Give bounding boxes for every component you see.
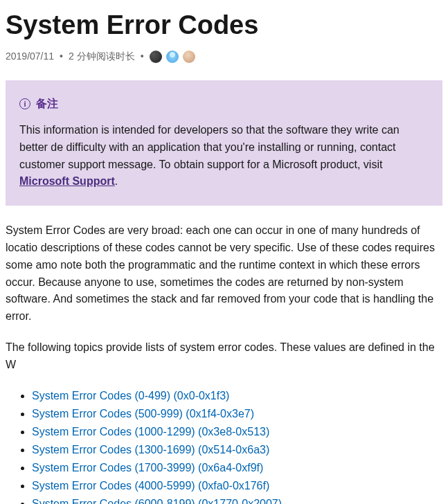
list-item: System Error Codes (4000-5999) (0xfa0-0x…	[32, 478, 442, 494]
meta-date: 2019/07/11	[6, 49, 54, 64]
note-callout: i 备注 This information is intended for de…	[6, 80, 442, 206]
list-item: System Error Codes (1700-3999) (0x6a4-0x…	[32, 460, 442, 476]
error-code-range-link[interactable]: System Error Codes (1000-1299) (0x3e8-0x…	[32, 426, 269, 438]
error-code-range-link[interactable]: System Error Codes (1300-1699) (0x514-0x…	[32, 444, 269, 456]
error-code-range-link[interactable]: System Error Codes (1700-3999) (0x6a4-0x…	[32, 462, 263, 474]
note-label: 备注	[36, 96, 58, 112]
topics-intro-paragraph: The following topics provide lists of sy…	[6, 339, 442, 374]
meta-readtime: 2 分钟阅读时长	[69, 49, 135, 64]
list-item: System Error Codes (6000-8199) (0x1770-0…	[32, 496, 442, 504]
microsoft-support-link[interactable]: Microsoft Support	[19, 175, 115, 187]
note-body: This information is intended for develop…	[19, 122, 429, 190]
error-code-range-link[interactable]: System Error Codes (6000-8199) (0x1770-0…	[32, 498, 282, 504]
page-title: System Error Codes	[6, 6, 442, 45]
list-item: System Error Codes (1000-1299) (0x3e8-0x…	[32, 424, 442, 440]
list-item: System Error Codes (0-499) (0x0-0x1f3)	[32, 388, 442, 404]
error-code-range-link[interactable]: System Error Codes (0-499) (0x0-0x1f3)	[32, 390, 229, 402]
error-code-range-link[interactable]: System Error Codes (500-999) (0x1f4-0x3e…	[32, 408, 254, 420]
note-text: message. To obtain support for a Microso…	[108, 159, 382, 170]
list-item: System Error Codes (1300-1699) (0x514-0x…	[32, 442, 442, 458]
contributor-avatar-icon[interactable]	[150, 51, 162, 63]
meta-separator: •	[141, 49, 144, 64]
contributor-avatar-icon[interactable]	[183, 51, 195, 63]
note-text: .	[115, 175, 118, 187]
list-item: System Error Codes (500-999) (0x1f4-0x3e…	[32, 406, 442, 422]
error-code-link-list: System Error Codes (0-499) (0x0-0x1f3) S…	[6, 388, 442, 504]
info-icon: i	[19, 98, 30, 109]
note-header: i 备注	[19, 96, 429, 112]
article-meta: 2019/07/11 • 2 分钟阅读时长 •	[6, 49, 442, 64]
meta-separator: •	[60, 49, 63, 64]
error-code-range-link[interactable]: System Error Codes (4000-5999) (0xfa0-0x…	[32, 480, 269, 492]
intro-paragraph: System Error Codes are very broad: each …	[6, 222, 442, 325]
contributor-avatar-icon[interactable]	[166, 51, 179, 63]
